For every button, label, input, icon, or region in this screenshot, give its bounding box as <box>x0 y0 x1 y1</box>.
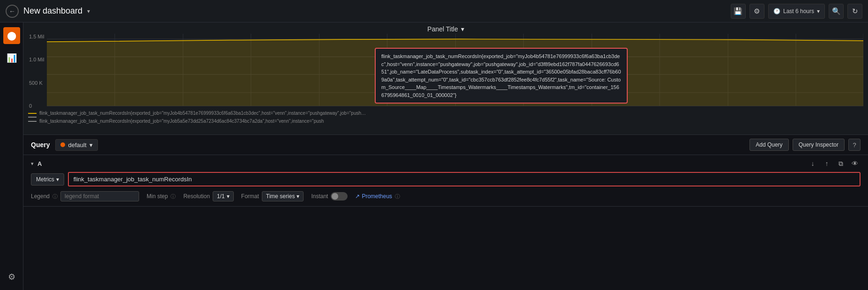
resolution-option-group: Resolution 1/1 ▾ <box>183 191 233 201</box>
sidebar-icon-chart[interactable]: 📊 <box>3 50 20 67</box>
panel-title: Panel Title <box>427 25 458 33</box>
gear-icon: ⚙ <box>8 272 15 282</box>
legend-input[interactable] <box>60 191 139 201</box>
instant-toggle[interactable] <box>331 192 348 201</box>
query-row-a-header: ▾ A ↓ ↑ ⧉ 👁 <box>31 158 861 169</box>
chart-tooltip: flink_taskmanager_job_task_numRecordsIn{… <box>375 48 628 104</box>
query-header: Query default ▾ Add Query Query Inspecto… <box>23 135 868 155</box>
format-label: Format <box>241 193 259 200</box>
query-header-actions: Add Query Query Inspector ? <box>749 139 861 151</box>
query-id-label: A <box>37 160 42 167</box>
query-inspector-button[interactable]: Query Inspector <box>793 139 845 151</box>
settings-button[interactable]: ⚙ <box>749 4 764 19</box>
query-collapse-arrow[interactable]: ▾ <box>31 161 34 167</box>
save-icon: 💾 <box>734 7 742 15</box>
metrics-selector[interactable]: Metrics ▾ <box>31 173 64 186</box>
move-up-button[interactable]: ↑ <box>821 158 832 169</box>
legend-item-2[interactable] <box>28 117 863 118</box>
chart-icon: 📊 <box>7 53 17 63</box>
metrics-input[interactable] <box>68 172 861 186</box>
prometheus-label: Prometheus <box>362 193 392 200</box>
y-label-4: 0 <box>29 103 44 109</box>
resolution-dropdown-arrow: ▾ <box>227 193 230 200</box>
refresh-button[interactable]: ↻ <box>847 4 862 19</box>
time-range-dropdown-arrow: ▾ <box>817 8 820 15</box>
instant-label: Instant <box>311 193 328 200</box>
resolution-value: 1/1 <box>217 193 225 200</box>
query-row-actions: ↓ ↑ ⧉ 👁 <box>807 158 861 169</box>
legend-color-1 <box>28 113 37 114</box>
help-icon: ? <box>853 141 856 149</box>
legend-label-3: flink_taskmanager_job_task_numRecordsIn{… <box>39 119 324 124</box>
min-step-info-icon[interactable]: ⓘ <box>171 193 176 200</box>
sidebar-icon-database[interactable]: ⬤ <box>3 27 20 44</box>
help-button[interactable]: ? <box>848 139 861 151</box>
time-range-picker[interactable]: 🕐 Last 6 hours ▾ <box>768 4 825 19</box>
options-row: Legend ⓘ Min step ⓘ Resolution 1/1 ▾ <box>31 189 861 203</box>
datasource-indicator <box>60 142 65 147</box>
chart-legend: flink_taskmanager_job_task_numRecordsIn{… <box>23 109 868 126</box>
instant-option-group: Instant <box>311 192 348 201</box>
external-link-icon: ↗ <box>355 193 360 200</box>
duplicate-button[interactable]: ⧉ <box>835 158 846 169</box>
metrics-dropdown-arrow: ▾ <box>56 176 59 183</box>
metrics-row: Metrics ▾ <box>31 172 861 186</box>
save-button[interactable]: 💾 <box>731 4 746 19</box>
datasource-dropdown-arrow: ▾ <box>89 141 93 149</box>
format-option-group: Format Time series ▾ <box>241 191 304 201</box>
y-label-1: 1.5 Mil <box>29 34 44 39</box>
y-label-2: 1.0 Mil <box>29 57 44 62</box>
database-icon: ⬤ <box>7 30 16 41</box>
query-row-a: ▾ A ↓ ↑ ⧉ 👁 Metrics ▾ <box>23 155 868 207</box>
back-icon: ← <box>9 7 15 15</box>
legend-item-1[interactable]: flink_taskmanager_job_task_numRecordsIn{… <box>28 111 863 116</box>
main-area: ⬤ 📊 ⚙ Panel Title ▾ <box>0 22 868 290</box>
min-step-option-group: Min step ⓘ <box>147 193 176 200</box>
top-bar-right: 💾 ⚙ 🕐 Last 6 hours ▾ 🔍 ↻ <box>731 4 862 19</box>
time-range-label: Last 6 hours <box>783 8 814 15</box>
legend-info-icon[interactable]: ⓘ <box>52 193 58 200</box>
move-down-button[interactable]: ↓ <box>807 158 818 169</box>
resolution-label: Resolution <box>183 193 210 200</box>
legend-item-3[interactable]: flink_taskmanager_job_task_numRecordsIn{… <box>28 119 863 124</box>
legend-color-3 <box>28 121 37 122</box>
dashboard-title: New dashboard <box>23 6 82 16</box>
panel-title-dropdown[interactable]: ▾ <box>461 25 464 33</box>
add-query-button[interactable]: Add Query <box>749 139 788 151</box>
sidebar-icon-settings[interactable]: ⚙ <box>3 268 20 285</box>
legend-color-2 <box>28 117 37 118</box>
format-dropdown-arrow: ▾ <box>297 193 299 200</box>
chart-panel: Panel Title ▾ <box>23 22 868 135</box>
query-editor: Query default ▾ Add Query Query Inspecto… <box>23 135 868 290</box>
prometheus-option-group: ↗ Prometheus ⓘ <box>355 193 400 200</box>
search-icon: 🔍 <box>832 7 841 15</box>
hide-query-button[interactable]: 👁 <box>849 158 861 169</box>
refresh-icon: ↻ <box>852 7 858 15</box>
query-section-label: Query <box>31 141 50 149</box>
panel-title-bar: Panel Title ▾ <box>23 22 868 34</box>
search-button[interactable]: 🔍 <box>829 4 844 19</box>
panel-area: Panel Title ▾ <box>23 22 868 290</box>
back-button[interactable]: ← <box>6 5 19 18</box>
y-label-3: 500 K <box>29 80 44 86</box>
datasource-selector[interactable]: default ▾ <box>55 139 97 151</box>
format-value: Time series <box>266 193 295 200</box>
legend-option-label: Legend <box>31 193 50 200</box>
dashboard-title-dropdown[interactable]: ▾ <box>87 8 90 15</box>
clock-icon: 🕐 <box>773 8 780 15</box>
metrics-label: Metrics <box>36 176 54 183</box>
resolution-select[interactable]: 1/1 ▾ <box>213 191 234 201</box>
top-bar: ← New dashboard ▾ 💾 ⚙ 🕐 Last 6 hours ▾ 🔍… <box>0 0 868 22</box>
format-select[interactable]: Time series ▾ <box>262 191 304 201</box>
prometheus-info-icon[interactable]: ⓘ <box>395 193 400 200</box>
chart-container: 05:30 06:00 06:30 07:00 07:30 08:00 08:3… <box>23 34 868 109</box>
top-bar-left: ← New dashboard ▾ <box>6 5 90 18</box>
left-sidebar: ⬤ 📊 ⚙ <box>0 22 23 290</box>
y-axis-labels: 1.5 Mil 1.0 Mil 500 K 0 <box>29 34 44 109</box>
tooltip-text: flink_taskmanager_job_task_numRecordsIn{… <box>381 53 621 98</box>
legend-option-group: Legend ⓘ <box>31 191 139 201</box>
settings-icon: ⚙ <box>754 7 760 15</box>
toggle-knob <box>332 193 338 200</box>
legend-label-1: flink_taskmanager_job_task_numRecordsIn{… <box>39 111 367 116</box>
prometheus-link[interactable]: ↗ Prometheus <box>355 193 392 200</box>
